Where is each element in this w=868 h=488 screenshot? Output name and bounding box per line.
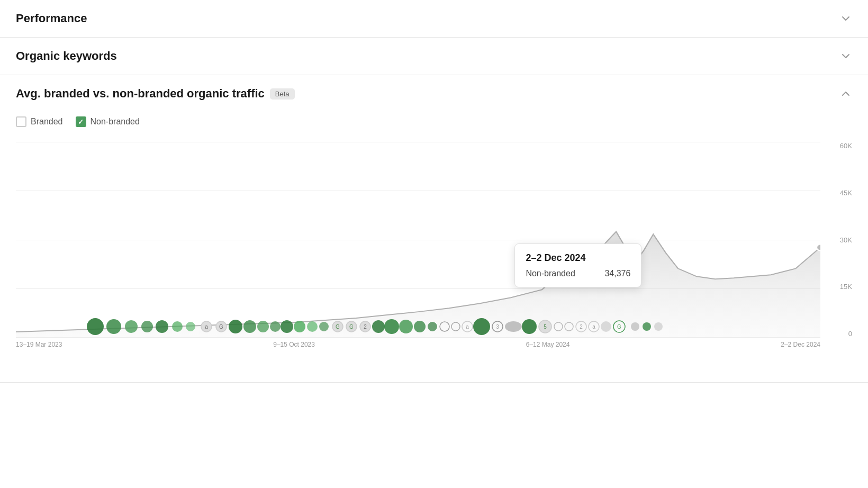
svg-text:G: G xyxy=(336,324,340,330)
branded-filter[interactable]: Branded xyxy=(16,116,63,127)
branded-checkbox[interactable] xyxy=(16,116,26,127)
svg-point-28 xyxy=(399,320,413,333)
svg-point-5 xyxy=(156,320,168,333)
chart-svg xyxy=(16,142,820,337)
svg-point-38 xyxy=(505,321,522,332)
y-label-45k: 45K xyxy=(840,189,852,197)
x-label-1: 9–15 Oct 2023 xyxy=(273,341,315,348)
svg-text:G: G xyxy=(617,324,621,330)
tooltip-value: 34,376 xyxy=(604,269,630,278)
svg-point-4 xyxy=(141,321,153,332)
svg-point-7 xyxy=(186,322,195,331)
svg-point-53 xyxy=(654,322,663,331)
svg-point-17 xyxy=(294,321,305,332)
x-label-3: 2–2 Dec 2024 xyxy=(781,341,820,348)
svg-point-30 xyxy=(428,322,437,331)
svg-point-39 xyxy=(522,319,537,334)
filter-row: Branded Non-branded xyxy=(16,112,852,138)
tooltip-date: 2–2 Dec 2024 xyxy=(526,252,630,264)
svg-point-15 xyxy=(270,321,281,332)
svg-point-51 xyxy=(631,322,639,331)
svg-point-48 xyxy=(601,321,611,332)
svg-text:2: 2 xyxy=(580,324,583,330)
svg-point-52 xyxy=(643,322,651,331)
svg-point-32 xyxy=(451,322,460,331)
branded-label: Branded xyxy=(31,117,63,126)
svg-point-29 xyxy=(414,321,426,332)
svg-point-42 xyxy=(554,322,563,331)
svg-point-13 xyxy=(243,320,256,333)
svg-text:5: 5 xyxy=(544,324,547,330)
svg-point-1 xyxy=(87,318,104,335)
timeline-dots: a G xyxy=(16,317,820,336)
y-label-15k: 15K xyxy=(840,283,852,291)
svg-point-2 xyxy=(106,319,121,334)
svg-text:2: 2 xyxy=(364,324,367,330)
svg-text:G: G xyxy=(219,324,223,330)
x-label-2: 6–12 May 2024 xyxy=(526,341,570,348)
svg-point-14 xyxy=(257,321,269,332)
svg-point-0 xyxy=(817,244,820,250)
avg-branded-header[interactable]: Avg. branded vs. non-branded organic tra… xyxy=(0,75,868,112)
svg-point-26 xyxy=(372,320,385,333)
svg-text:G: G xyxy=(349,324,354,330)
avg-branded-chevron xyxy=(839,87,852,100)
performance-title: Performance xyxy=(16,12,87,25)
chart-container: 2–2 Dec 2024 Non-branded 34,376 xyxy=(16,142,852,369)
svg-point-35 xyxy=(473,318,490,335)
avg-branded-content: Branded Non-branded xyxy=(0,112,868,382)
y-label-0: 0 xyxy=(848,330,852,338)
x-label-0: 13–19 Mar 2023 xyxy=(16,341,62,348)
beta-badge: Beta xyxy=(270,88,295,100)
svg-point-6 xyxy=(172,321,183,332)
timeline-svg: a G xyxy=(16,317,820,336)
svg-text:a: a xyxy=(466,324,469,330)
non-branded-filter[interactable]: Non-branded xyxy=(76,116,140,127)
avg-branded-section: Avg. branded vs. non-branded organic tra… xyxy=(0,75,868,383)
tooltip-row: Non-branded 34,376 xyxy=(526,269,630,278)
svg-point-3 xyxy=(125,320,138,333)
y-axis: 60K 45K 30K 15K 0 xyxy=(823,142,852,338)
svg-point-12 xyxy=(229,320,242,333)
svg-text:3: 3 xyxy=(496,324,499,330)
non-branded-checkbox[interactable] xyxy=(76,116,86,127)
chart-area: 2–2 Dec 2024 Non-branded 34,376 xyxy=(16,142,820,338)
svg-point-31 xyxy=(440,322,449,331)
y-label-60k: 60K xyxy=(840,142,852,150)
performance-section: Performance xyxy=(0,0,868,38)
svg-point-19 xyxy=(319,322,329,331)
svg-point-16 xyxy=(281,320,293,333)
organic-keywords-title: Organic keywords xyxy=(16,49,117,63)
svg-point-27 xyxy=(384,319,399,334)
chart-tooltip: 2–2 Dec 2024 Non-branded 34,376 xyxy=(514,243,641,287)
non-branded-label: Non-branded xyxy=(91,117,140,126)
tooltip-label: Non-branded xyxy=(526,269,575,278)
grid-line-0 xyxy=(16,337,820,338)
svg-text:a: a xyxy=(205,324,208,330)
x-axis: 13–19 Mar 2023 9–15 Oct 2023 6–12 May 20… xyxy=(16,338,820,348)
organic-keywords-header[interactable]: Organic keywords xyxy=(0,38,868,75)
y-label-30k: 30K xyxy=(840,236,852,244)
performance-header[interactable]: Performance xyxy=(0,0,868,37)
performance-chevron xyxy=(839,12,852,25)
organic-keywords-chevron xyxy=(839,50,852,62)
svg-text:a: a xyxy=(592,324,595,330)
svg-point-43 xyxy=(565,322,573,331)
organic-keywords-section: Organic keywords xyxy=(0,38,868,75)
svg-point-18 xyxy=(307,321,318,332)
avg-branded-title: Avg. branded vs. non-branded organic tra… xyxy=(16,87,265,101)
